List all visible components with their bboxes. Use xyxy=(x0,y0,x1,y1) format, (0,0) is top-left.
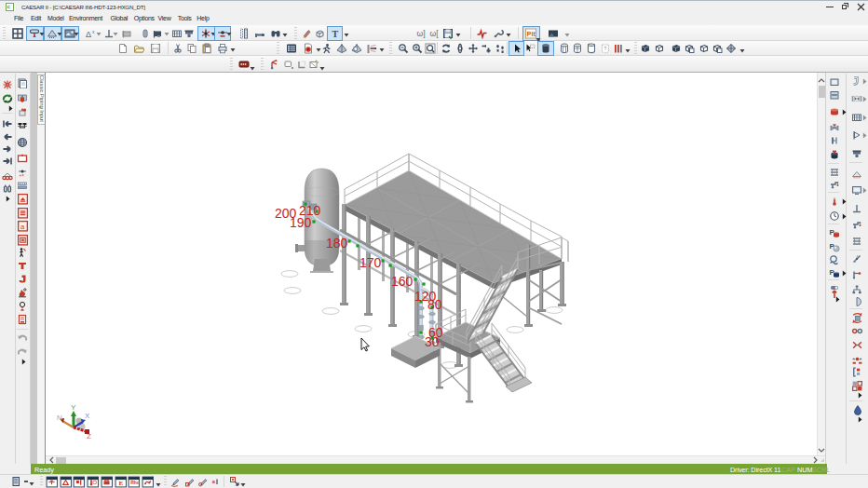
svg-text:E: E xyxy=(118,480,123,487)
svg-text:80: 80 xyxy=(427,297,442,312)
svg-text:Z: Z xyxy=(87,432,91,441)
svg-text:190: 190 xyxy=(290,215,312,230)
svg-text:30: 30 xyxy=(425,334,440,349)
svg-text:a: a xyxy=(212,479,216,484)
svg-text:X: X xyxy=(85,412,90,420)
svg-text:?: ? xyxy=(604,46,607,51)
svg-text:Rho: Rho xyxy=(130,480,140,485)
svg-text:ω]: ω] xyxy=(417,29,426,38)
svg-text:160: 160 xyxy=(391,274,414,289)
svg-text:Δ: Δ xyxy=(86,30,91,39)
svg-text:Y: Y xyxy=(71,403,76,412)
svg-text:170: 170 xyxy=(359,255,382,270)
svg-text:ω[: ω[ xyxy=(430,29,440,38)
svg-text:T: T xyxy=(332,29,339,39)
svg-text:N: N xyxy=(57,413,62,422)
svg-text:x: x xyxy=(92,29,95,34)
svg-text:+×: +× xyxy=(20,173,25,178)
svg-text:180: 180 xyxy=(326,236,348,251)
